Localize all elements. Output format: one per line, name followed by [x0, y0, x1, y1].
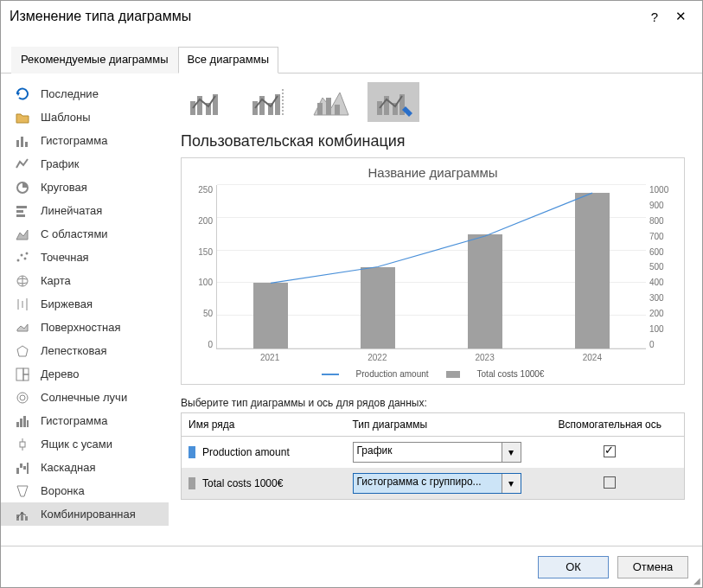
svg-rect-5: [16, 206, 27, 208]
dialog-title: Изменение типа диаграммы: [10, 9, 191, 24]
sidebar-item-label: Комбинированная: [41, 508, 136, 521]
histogram-icon: [15, 413, 30, 429]
sidebar-item-label: График: [41, 157, 79, 170]
funnel-icon: [15, 483, 30, 499]
col-chart-type: Тип диаграммы: [346, 413, 536, 437]
sidebar-item-combo[interactable]: Комбинированная: [1, 502, 169, 526]
sidebar-item-map[interactable]: Карта: [1, 269, 169, 292]
map-icon: [15, 273, 30, 289]
sidebar-item-label: Лепестковая: [41, 344, 107, 357]
bar-icon: [15, 133, 30, 149]
svg-rect-50: [335, 105, 340, 115]
sidebar-item-histogram[interactable]: Гистограмма: [1, 409, 169, 432]
section-title: Пользовательская комбинация: [181, 132, 685, 150]
sidebar-item-label: Воронка: [41, 484, 85, 497]
sidebar-item-label: Гистограмма: [41, 414, 107, 427]
combo-icon: [15, 507, 30, 522]
tab-strip: Рекомендуемые диаграммы Все диаграммы: [1, 32, 702, 74]
series-name: Total costs 1000€: [202, 477, 283, 489]
tab-all-charts[interactable]: Все диаграммы: [178, 47, 279, 74]
svg-rect-3: [25, 142, 28, 147]
svg-point-11: [24, 257, 27, 259]
combo-subtype-1[interactable]: [181, 82, 233, 122]
sidebar-item-label: Биржевая: [41, 297, 93, 310]
x-axis: 2021202220232024: [216, 353, 646, 362]
scatter-icon: [15, 250, 30, 265]
svg-rect-32: [23, 466, 26, 470]
series-row[interactable]: Total costs 1000€Гистограмма с группиро.…: [182, 468, 685, 500]
sidebar-item-label: Солнечные лучи: [41, 391, 127, 404]
chart-title: Название диаграммы: [190, 165, 675, 180]
tab-recommended[interactable]: Рекомендуемые диаграммы: [11, 47, 178, 74]
series-type-select[interactable]: График▾: [353, 442, 521, 463]
sidebar-item-scatter[interactable]: Точечная: [1, 246, 169, 269]
legend-series-1: Production amount: [356, 369, 429, 379]
hbar-icon: [15, 203, 30, 219]
sidebar-item-stock[interactable]: Биржевая: [1, 292, 169, 316]
svg-point-21: [17, 393, 28, 403]
sidebar-item-bar[interactable]: Гистограмма: [1, 129, 169, 152]
sidebar-item-label: Линейчатая: [41, 204, 102, 217]
svg-point-10: [21, 253, 23, 256]
sidebar-item-label: Карта: [41, 274, 71, 287]
sidebar-item-boxplot[interactable]: Ящик с усами: [1, 432, 169, 456]
svg-rect-30: [16, 468, 19, 474]
sidebar-item-label: Последние: [41, 87, 99, 100]
sidebar-item-label: Точечная: [41, 251, 89, 264]
series-config-header: Выберите тип диаграммы и ось для рядов д…: [181, 397, 685, 409]
combo-subtype-custom[interactable]: [367, 82, 419, 122]
pie-icon: [15, 180, 30, 195]
sidebar-item-hbar[interactable]: Линейчатая: [1, 199, 169, 222]
sidebar-item-pie[interactable]: Круговая: [1, 176, 169, 199]
sidebar-item-waterfall[interactable]: Каскадная: [1, 456, 169, 479]
legend-line-swatch: [322, 374, 339, 375]
sidebar-item-treemap[interactable]: Дерево: [1, 362, 169, 386]
sidebar-item-label: Поверхностная: [41, 321, 120, 334]
sidebar-item-label: Ящик с усами: [41, 438, 112, 451]
series-row[interactable]: Production amountГрафик▾: [182, 437, 685, 469]
area-icon: [15, 227, 30, 242]
svg-rect-23: [16, 422, 19, 427]
secondary-axis-checkbox[interactable]: [604, 445, 616, 457]
close-button[interactable]: ✕: [668, 9, 693, 24]
combo-subtype-3[interactable]: [305, 82, 357, 122]
svg-marker-34: [17, 486, 28, 496]
folder-icon: [15, 110, 30, 125]
svg-rect-49: [326, 98, 331, 115]
sidebar-item-sunburst[interactable]: Солнечные лучи: [1, 386, 169, 409]
series-swatch: [189, 477, 195, 489]
radar-icon: [15, 343, 30, 359]
chevron-down-icon[interactable]: ▾: [502, 443, 521, 462]
series-type-select[interactable]: Гистограмма с группиро...▾: [353, 473, 521, 494]
sidebar-item-area[interactable]: С областями: [1, 222, 169, 246]
sidebar-item-label: Каскадная: [41, 461, 96, 474]
cancel-button[interactable]: Отмена: [617, 556, 688, 578]
help-button[interactable]: ?: [642, 10, 668, 24]
stock-icon: [15, 297, 30, 312]
treemap-icon: [15, 367, 30, 382]
waterfall-icon: [15, 460, 30, 476]
sidebar-item-label: Гистограмма: [41, 134, 107, 147]
series-name: Production amount: [202, 446, 290, 458]
sidebar-item-funnel[interactable]: Воронка: [1, 479, 169, 502]
combo-subtype-2[interactable]: [243, 82, 295, 122]
legend-bar-swatch: [446, 371, 460, 378]
chevron-down-icon[interactable]: ▾: [502, 474, 521, 493]
sidebar-item-surface[interactable]: Поверхностная: [1, 316, 169, 339]
svg-marker-8: [16, 230, 28, 240]
sidebar-item-folder[interactable]: Шаблоны: [1, 105, 169, 129]
boxplot-icon: [15, 437, 30, 452]
svg-rect-31: [20, 463, 22, 468]
chart-category-sidebar: ПоследниеШаблоныГистограммаГрафикКругова…: [1, 74, 169, 534]
col-series-name: Имя ряда: [182, 413, 346, 437]
legend-series-2: Total costs 1000€: [477, 369, 545, 379]
series-type-label: Гистограмма с группиро...: [357, 476, 482, 488]
sidebar-item-recent[interactable]: Последние: [1, 82, 169, 105]
resize-grip[interactable]: ◢: [693, 576, 700, 585]
sidebar-item-radar[interactable]: Лепестковая: [1, 339, 169, 362]
svg-rect-2: [21, 137, 23, 147]
ok-button[interactable]: ОК: [538, 556, 609, 578]
sidebar-item-line[interactable]: График: [1, 152, 169, 176]
secondary-axis-checkbox[interactable]: [604, 476, 616, 489]
svg-marker-17: [17, 346, 28, 356]
